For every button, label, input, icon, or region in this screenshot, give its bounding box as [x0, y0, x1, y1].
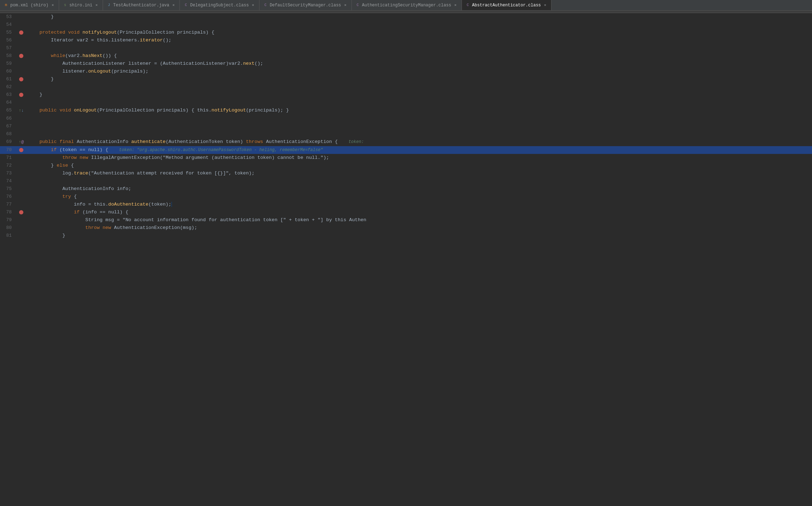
- gutter-77: [16, 201, 27, 208]
- code-content-78: if (info == null) {: [27, 208, 812, 216]
- line-number-58: 58: [0, 52, 16, 60]
- tab-icon-abstract: C: [465, 3, 470, 8]
- code-content-61: }: [27, 75, 812, 83]
- line-number-77: 77: [0, 201, 16, 208]
- code-content-64: [27, 99, 812, 107]
- gutter-67: [16, 122, 27, 130]
- code-content-60: listener.onLogout(principals);: [27, 68, 812, 75]
- gutter-58: [16, 52, 27, 60]
- code-content-69: public final AuthenticationInfo authenti…: [27, 138, 812, 146]
- gutter-69: ↑@: [16, 138, 27, 146]
- code-line-66: 66: [0, 115, 812, 122]
- code-content-63: }: [27, 91, 812, 99]
- tab-authsec[interactable]: CAuthenticatingSecurityManager.class×: [352, 0, 462, 11]
- gutter-74: [16, 177, 27, 185]
- code-content-65: public void onLogout(PrincipalCollection…: [27, 107, 812, 115]
- line-number-56: 56: [0, 36, 16, 44]
- line-number-65: 65: [0, 107, 16, 115]
- gutter-80: [16, 224, 27, 232]
- line-number-76: 76: [0, 193, 16, 201]
- tab-test[interactable]: JTestAuthenticator.java×: [103, 0, 180, 11]
- line-number-66: 66: [0, 115, 16, 122]
- tab-label-delegating: DelegatingSubject.class: [190, 3, 249, 8]
- tab-close-shiro[interactable]: ×: [94, 3, 99, 8]
- gutter-55: [16, 29, 27, 36]
- code-content-67: [27, 122, 812, 130]
- line-number-67: 67: [0, 122, 16, 130]
- code-line-59: 59 AuthenticationListener listener = (Au…: [0, 60, 812, 68]
- code-content-73: log.trace("Authentication attempt receiv…: [27, 169, 812, 177]
- line-number-62: 62: [0, 83, 16, 91]
- tab-close-abstract[interactable]: ×: [543, 3, 548, 8]
- line-number-73: 73: [0, 169, 16, 177]
- line-number-81: 81: [0, 232, 16, 240]
- gutter-56: [16, 36, 27, 44]
- gutter-75: [16, 185, 27, 193]
- line-number-57: 57: [0, 44, 16, 52]
- tab-defaultsec[interactable]: CDefaultSecurityManager.class×: [259, 0, 352, 11]
- code-content-71: throw new IllegalArgumentException("Meth…: [27, 154, 812, 162]
- code-content-81: }: [27, 232, 812, 240]
- line-number-79: 79: [0, 216, 16, 224]
- line-number-54: 54: [0, 21, 16, 29]
- code-content-59: AuthenticationListener listener = (Authe…: [27, 60, 812, 68]
- code-line-61: 61 }: [0, 75, 812, 83]
- line-number-70: 70: [0, 146, 16, 154]
- tab-icon-authsec: C: [355, 3, 360, 8]
- tab-close-test[interactable]: ×: [171, 3, 176, 8]
- code-line-70: 70 if (token == null) { token: "org.apac…: [0, 146, 812, 154]
- code-line-55: 55 protected void notifyLogout(Principal…: [0, 29, 812, 36]
- code-content-68: [27, 130, 812, 138]
- code-line-72: 72 } else {: [0, 162, 812, 169]
- code-line-74: 74: [0, 177, 812, 185]
- line-number-63: 63: [0, 91, 16, 99]
- line-number-55: 55: [0, 29, 16, 36]
- tab-close-pom[interactable]: ×: [50, 3, 55, 8]
- code-content-79: String msg = "No account information fou…: [27, 216, 812, 224]
- tab-icon-pom: m: [4, 3, 8, 8]
- code-line-67: 67: [0, 122, 812, 130]
- code-content-57: [27, 44, 812, 52]
- gutter-65: ↑↓: [16, 107, 27, 115]
- gutter-60: [16, 68, 27, 75]
- code-content-58: while(var2.hasNext()) {: [27, 52, 812, 60]
- gutter-71: [16, 154, 27, 162]
- tab-close-defaultsec[interactable]: ×: [343, 3, 348, 8]
- breakpoint-icon: [19, 93, 23, 97]
- gutter-73: [16, 169, 27, 177]
- tab-label-shiro: shiro.ini: [69, 3, 92, 8]
- inline-hint-token-value: token: "org.apache.shiro.authc.UsernameP…: [114, 148, 323, 153]
- tab-abstract[interactable]: CAbstractAuthenticator.class×: [462, 0, 551, 11]
- line-number-53: 53: [0, 13, 16, 21]
- tab-label-defaultsec: DefaultSecurityManager.class: [270, 3, 341, 8]
- code-content-62: [27, 83, 812, 91]
- tab-close-authsec[interactable]: ×: [453, 3, 458, 8]
- code-line-64: 64: [0, 99, 812, 107]
- code-content-55: protected void notifyLogout(PrincipalCol…: [27, 29, 812, 36]
- breakpoint-icon: [19, 30, 23, 35]
- gutter-61: [16, 75, 27, 83]
- code-content-74: [27, 177, 812, 185]
- code-line-79: 79 String msg = "No account information …: [0, 216, 812, 224]
- gutter-68: [16, 130, 27, 138]
- tab-label-pom: pom.xml (shiro): [10, 3, 48, 8]
- tab-close-delegating[interactable]: ×: [251, 3, 256, 8]
- code-line-77: 77 info = this.doAuthenticate(token);: [0, 201, 812, 208]
- tab-label-authsec: AuthenticatingSecurityManager.class: [362, 3, 451, 8]
- cursor: [171, 202, 172, 207]
- info-bar: [0, 11, 812, 13]
- code-line-73: 73 log.trace("Authentication attempt rec…: [0, 169, 812, 177]
- tab-shiro[interactable]: sshiro.ini×: [59, 0, 103, 11]
- gutter-59: [16, 60, 27, 68]
- editor[interactable]: 53 }5455 protected void notifyLogout(Pri…: [0, 13, 812, 498]
- gutter-66: [16, 115, 27, 122]
- code-line-53: 53 }: [0, 13, 812, 21]
- gutter-63: [16, 91, 27, 99]
- code-content-66: [27, 115, 812, 122]
- line-number-78: 78: [0, 208, 16, 216]
- tab-delegating[interactable]: CDelegatingSubject.class×: [180, 0, 259, 11]
- tab-pom[interactable]: mpom.xml (shiro)×: [0, 0, 59, 11]
- code-line-62: 62: [0, 83, 812, 91]
- breakpoint-icon: [19, 210, 23, 214]
- tab-bar: mpom.xml (shiro)×sshiro.ini×JTestAuthent…: [0, 0, 812, 11]
